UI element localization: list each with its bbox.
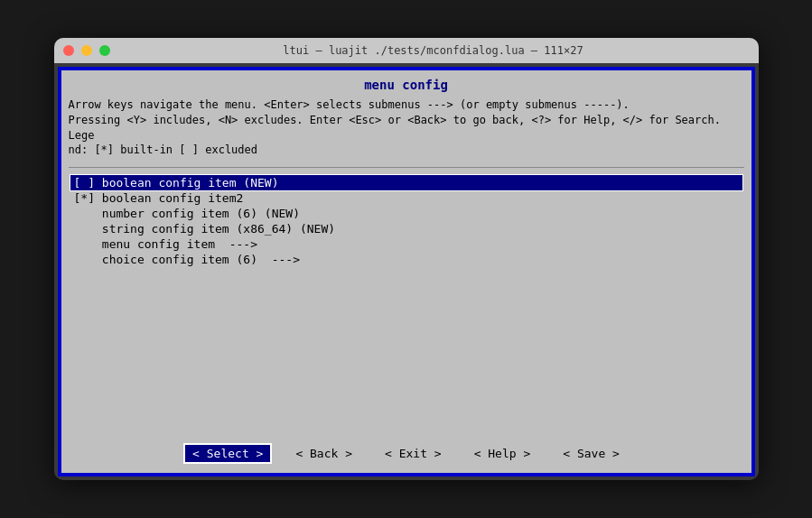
action-button-4[interactable]: < Save > <box>555 445 627 462</box>
menu-list: [ ] boolean config item (NEW)[*] boolean… <box>69 171 744 438</box>
menu-item[interactable]: [ ] boolean config item (NEW) <box>70 175 742 190</box>
menu-item[interactable]: [*] boolean config item2 <box>70 190 742 206</box>
maximize-button[interactable] <box>99 45 110 56</box>
help-line-1: Arrow keys navigate the menu. <Enter> se… <box>69 97 744 113</box>
action-button-2[interactable]: < Exit > <box>378 445 449 462</box>
divider <box>69 167 744 168</box>
action-button-1[interactable]: < Back > <box>288 445 359 462</box>
titlebar: ltui — luajit ./tests/mconfdialog.lua — … <box>54 38 759 63</box>
menu-item[interactable]: number config item (6) (NEW) <box>70 206 742 221</box>
button-bar: < Select >< Back >< Exit >< Help >< Save… <box>69 438 744 466</box>
menu-item[interactable]: choice config item (6) ---> <box>70 252 742 267</box>
terminal-window: ltui — luajit ./tests/mconfdialog.lua — … <box>54 38 759 480</box>
help-text: Arrow keys navigate the menu. <Enter> se… <box>69 97 744 158</box>
help-line-2: Pressing <Y> includes, <N> excludes. Ent… <box>69 113 744 143</box>
action-button-3[interactable]: < Help > <box>467 445 538 462</box>
window-title: ltui — luajit ./tests/mconfdialog.lua — … <box>117 44 750 57</box>
close-button[interactable] <box>63 45 74 56</box>
help-line-3: nd: [*] built-in [ ] excluded <box>69 143 744 158</box>
menu-item[interactable]: string config item (x86_64) (NEW) <box>70 221 742 236</box>
menu-item[interactable]: menu config item ---> <box>70 236 742 252</box>
menu-title: menu config <box>69 78 744 92</box>
terminal-area: menu config Arrow keys navigate the menu… <box>58 67 755 476</box>
action-button-0[interactable]: < Select > <box>185 445 270 462</box>
minimize-button[interactable] <box>81 45 92 56</box>
